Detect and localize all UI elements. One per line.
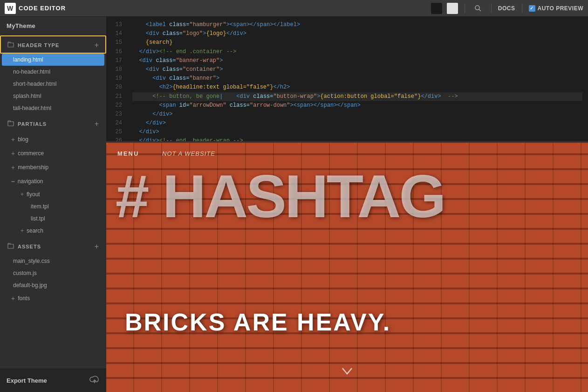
partial-commerce-label: commerce <box>18 150 44 157</box>
header-type-add-button[interactable]: + <box>95 41 99 49</box>
main-area: MyTheme HEADER TYPE + landing.html no- <box>0 17 588 392</box>
code-content-area[interactable]: <label class="hamburger"><span></span></… <box>127 17 588 141</box>
partial-flyout-label: flyout <box>27 191 40 198</box>
line-num-18: 18 <box>106 65 127 74</box>
svg-rect-3 <box>8 122 14 126</box>
header-type-section[interactable]: HEADER TYPE + <box>0 35 106 54</box>
code-line-13: <label class="hamburger"><span></span></… <box>132 21 582 29</box>
assets-section[interactable]: ASSETS + <box>0 237 106 255</box>
partials-add-button[interactable]: + <box>95 120 99 128</box>
partial-blog-expand[interactable]: + <box>11 136 15 143</box>
line-num-13: 13 <box>106 21 127 29</box>
search-icon <box>474 5 482 12</box>
code-line-26: </div> <box>132 128 582 137</box>
partial-navigation-label: navigation <box>18 178 43 185</box>
partial-navigation-collapse[interactable]: – <box>11 178 15 185</box>
line-num-15: 15 <box>106 38 127 47</box>
color-white-button[interactable] <box>447 3 458 14</box>
line-num-19: 19 <box>106 74 127 83</box>
file-list-tpl[interactable]: list.tpl <box>7 213 106 225</box>
file-default-bg-jpg[interactable]: default-bg.jpg <box>0 279 106 291</box>
code-line-21: <h2>{headline:text global="false"}</h2> <box>132 83 582 92</box>
code-line-14: <div class="logo">{logo}</div> <box>132 29 582 38</box>
header-type-section-left: HEADER TYPE <box>7 41 59 49</box>
code-line-18: <div class="banner-wrap"> <box>132 56 582 65</box>
partial-fonts[interactable]: + fonts <box>0 291 106 305</box>
assets-label: ASSETS <box>18 244 41 249</box>
line-num-26: 26 <box>106 137 127 143</box>
partial-flyout[interactable]: + flyout <box>7 188 106 200</box>
partial-commerce-expand[interactable]: + <box>11 150 15 157</box>
partials-section[interactable]: PARTIALS + <box>0 114 106 132</box>
folder-icon2 <box>7 120 14 126</box>
assets-folder-icon <box>7 242 14 250</box>
line-num-21: 21 <box>106 92 127 101</box>
line-num-25: 25 <box>106 128 127 137</box>
code-line-23: <span id="arrowDown" class="arrow-down">… <box>132 101 582 110</box>
search-button[interactable] <box>472 2 485 15</box>
app-logo: W CODE EDITOR <box>5 3 66 14</box>
partial-blog[interactable]: + blog <box>0 132 106 146</box>
export-theme-button[interactable]: Export Theme <box>0 369 106 392</box>
code-line-22: <!-- button, be gone| <div class="button… <box>132 92 582 101</box>
export-theme-label: Export Theme <box>7 377 47 384</box>
auto-preview-label: AUTO PREVIEW <box>538 5 583 12</box>
file-no-header-html[interactable]: no-header.html <box>0 66 106 78</box>
line-num-22: 22 <box>106 101 127 110</box>
file-main-style-css[interactable]: main_style.css <box>0 255 106 267</box>
svg-line-1 <box>479 9 481 11</box>
folder-icon <box>7 41 14 48</box>
code-editor[interactable]: 13 14 15 16 17 18 19 20 21 22 23 24 25 2… <box>106 17 588 143</box>
partial-flyout-expand[interactable]: + <box>21 191 24 198</box>
preview-menu-label: MENU <box>117 150 139 157</box>
line-numbers: 13 14 15 16 17 18 19 20 21 22 23 24 25 2… <box>106 17 127 141</box>
partial-search-expand[interactable]: + <box>21 227 24 234</box>
partial-commerce[interactable]: + commerce <box>0 146 106 160</box>
partial-membership-expand[interactable]: + <box>11 164 15 171</box>
partials-label: PARTIALS <box>18 121 47 127</box>
file-short-header-html[interactable]: short-header.html <box>0 78 106 90</box>
file-tall-header-html[interactable]: tall-header.html <box>0 102 106 114</box>
partial-blog-label: blog <box>18 136 28 143</box>
preview-not-website: NOT A WEBSITE <box>162 150 215 157</box>
line-num-17: 17 <box>106 56 127 65</box>
file-splash-html[interactable]: splash.html <box>0 90 106 102</box>
line-num-24: 24 <box>106 119 127 128</box>
partials-section-left: PARTIALS <box>7 120 47 128</box>
header-type-label: HEADER TYPE <box>18 42 59 48</box>
color-black-button[interactable] <box>431 3 442 14</box>
preview-area: MENU NOT A WEBSITE # HASHTAG BRICKS ARE … <box>106 143 588 392</box>
preview-scroll-arrow <box>342 366 353 378</box>
file-item-tpl[interactable]: item.tpl <box>7 200 106 213</box>
auto-preview-toggle[interactable]: AUTO PREVIEW <box>529 5 583 12</box>
sidebar-content: HEADER TYPE + landing.html no-header.htm… <box>0 35 106 369</box>
line-num-16: 16 <box>106 48 127 56</box>
partial-navigation[interactable]: – navigation <box>0 174 106 188</box>
chevron-down-icon <box>342 366 353 376</box>
cloud-icon-svg <box>89 375 100 384</box>
topbar-divider2 <box>491 4 492 13</box>
assets-section-left: ASSETS <box>7 242 41 250</box>
partial-fonts-expand[interactable]: + <box>11 295 15 302</box>
line-num-23: 23 <box>106 110 127 119</box>
docs-link[interactable]: DOCS <box>498 5 515 12</box>
code-line-20: <div class="banner"> <box>132 74 582 83</box>
assets-add-button[interactable]: + <box>95 243 99 250</box>
topbar: W CODE EDITOR DOCS AUTO PREVIEW <box>0 0 588 17</box>
partial-search[interactable]: + search <box>7 225 106 237</box>
partial-membership[interactable]: + membership <box>0 160 106 174</box>
code-line-24: </div> <box>132 110 582 119</box>
file-landing-html[interactable]: landing.html <box>2 54 104 66</box>
theme-name: MyTheme <box>0 17 106 35</box>
code-line-15: {search} <box>132 38 582 47</box>
file-custom-js[interactable]: custom.js <box>0 267 106 279</box>
partial-membership-label: membership <box>18 164 48 171</box>
header-type-icon <box>7 41 14 49</box>
svg-rect-4 <box>8 244 14 248</box>
line-num-20: 20 <box>106 83 127 92</box>
code-line-19: <div class="container"> <box>132 65 582 74</box>
auto-preview-checkbox[interactable] <box>529 5 535 12</box>
topbar-divider <box>465 4 465 13</box>
app-title: CODE EDITOR <box>19 5 66 12</box>
preview-hashtag-text: # HASHTAG <box>116 161 444 231</box>
